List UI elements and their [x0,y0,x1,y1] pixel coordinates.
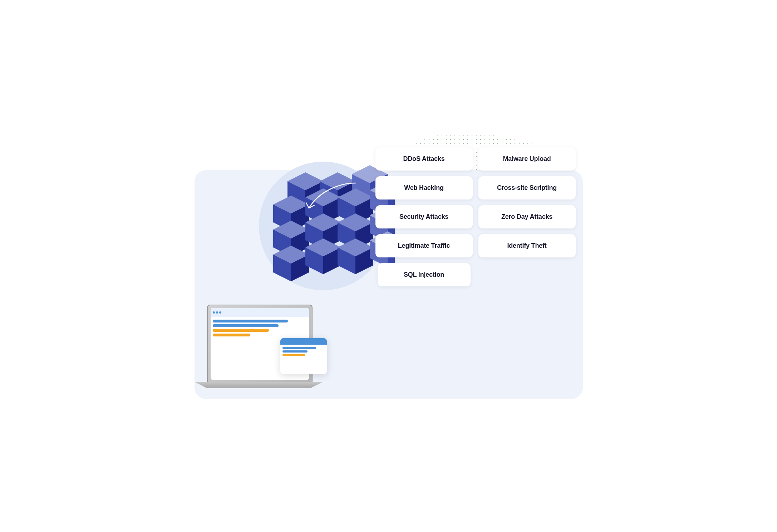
tag-malware: Malware Upload [478,147,576,171]
tag-cross-site: Cross-site Scripting [478,176,576,200]
tag-legitimate: Legitimate Traffic [375,234,473,257]
tag-identify-theft: Identify Theft [478,234,576,257]
main-scene: DDoS Attacks Malware Upload Web Hacking … [195,133,583,399]
browser-dot-3 [219,311,221,314]
browser-line-1 [213,320,288,322]
tag-ddos: DDoS Attacks [375,147,473,171]
floating-card-bar [280,338,327,345]
tag-security-attacks: Security Attacks [375,205,473,228]
floating-line-3 [282,354,306,356]
floating-line-2 [282,350,308,353]
browser-dot-1 [213,311,215,314]
laptop-base [195,382,323,388]
floating-card-content [280,345,327,360]
browser-line-3 [213,329,269,332]
browser-line-2 [213,324,279,327]
floating-line-1 [282,347,316,349]
floating-browser-card [280,338,327,374]
tag-zero-day: Zero Day Attacks [478,205,576,228]
curved-arrow [298,176,370,219]
tag-web-hacking: Web Hacking [375,176,473,200]
tag-sql-injection: SQL Injection [378,263,471,286]
browser-line-4 [213,334,250,336]
tags-grid: DDoS Attacks Malware Upload Web Hacking … [375,147,576,286]
browser-content [211,317,309,341]
browser-dot-2 [216,311,218,314]
browser-bar [211,308,309,317]
